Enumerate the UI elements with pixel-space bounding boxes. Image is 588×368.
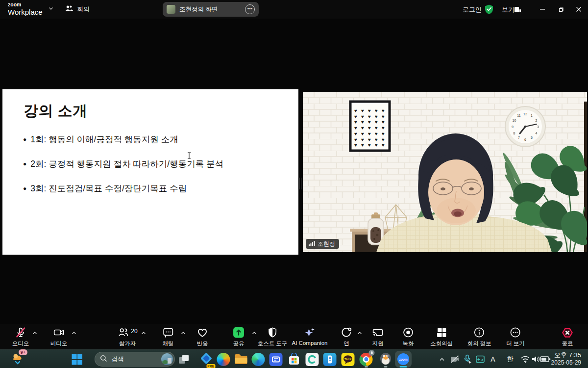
reactions-button[interactable]: 반응 bbox=[196, 324, 209, 349]
app-kakaotalk[interactable]: TALK bbox=[342, 350, 355, 368]
chat-options-chevron[interactable] bbox=[181, 328, 186, 337]
video-button[interactable]: 비디오 bbox=[50, 324, 68, 349]
app-copilot[interactable] bbox=[217, 350, 230, 368]
svg-text:♥: ♥ bbox=[354, 131, 357, 136]
slide-title: 강의 소개 bbox=[24, 101, 88, 121]
audio-label: 오디오 bbox=[12, 340, 29, 347]
tray-wifi-icon[interactable] bbox=[520, 350, 530, 368]
record-button[interactable]: 녹화 bbox=[402, 324, 415, 349]
end-meeting-button[interactable]: 종료 bbox=[561, 324, 574, 349]
ai-companion-label: AI Companion bbox=[292, 340, 328, 346]
search-daily-image[interactable] bbox=[161, 353, 173, 365]
audio-button[interactable]: 오디오 bbox=[12, 324, 29, 349]
chat-label: 채팅 bbox=[163, 340, 174, 347]
host-tools-button[interactable]: 호스트 도구 bbox=[258, 324, 288, 349]
tray-volume-icon[interactable] bbox=[531, 350, 540, 368]
svg-text:♥: ♥ bbox=[361, 108, 364, 113]
app-blue-window[interactable] bbox=[270, 350, 283, 368]
more-button[interactable]: 더 보기 bbox=[506, 324, 525, 349]
participants-button[interactable]: 20 참가자 bbox=[117, 324, 137, 349]
video-label: 비디오 bbox=[50, 340, 68, 347]
app-edge[interactable] bbox=[252, 350, 265, 368]
app-zoom[interactable]: zoom bbox=[395, 350, 412, 368]
record-icon bbox=[402, 326, 415, 341]
screen-video-divider[interactable] bbox=[299, 178, 301, 189]
breakout-rooms-button[interactable]: 소회의실 bbox=[430, 324, 453, 349]
support-button[interactable]: 지원 bbox=[372, 324, 384, 349]
tab-more-icon[interactable]: ••• bbox=[245, 4, 255, 14]
tray-ime-korean[interactable]: 한 bbox=[507, 350, 514, 368]
view-button[interactable]: 보기 bbox=[502, 5, 514, 14]
task-view-button[interactable] bbox=[177, 350, 190, 368]
svg-text:♥: ♥ bbox=[382, 137, 385, 142]
svg-text:12: 12 bbox=[523, 112, 527, 116]
bullet-dot: ● bbox=[23, 185, 26, 192]
tray-mic-in-use-icon[interactable] bbox=[462, 350, 473, 368]
tray-battery-icon[interactable] bbox=[540, 350, 551, 368]
clock-date: 2025-05-29 bbox=[551, 359, 581, 367]
widgets-button[interactable]: 9+ bbox=[11, 350, 24, 368]
svg-text:1: 1 bbox=[531, 114, 533, 117]
svg-text:♥: ♥ bbox=[375, 131, 378, 136]
svg-text:♥: ♥ bbox=[375, 125, 378, 131]
svg-text:♥: ♥ bbox=[382, 108, 385, 113]
end-meeting-icon bbox=[561, 326, 574, 341]
search-placeholder: 검색 bbox=[111, 355, 157, 364]
breakout-rooms-label: 소회의실 bbox=[430, 340, 453, 347]
svg-text:♥: ♥ bbox=[368, 137, 371, 142]
security-shield-icon[interactable] bbox=[484, 4, 494, 17]
workspace-chevron-down-icon[interactable] bbox=[48, 5, 54, 13]
heart-icon bbox=[196, 326, 209, 341]
participants-options-chevron[interactable] bbox=[141, 328, 146, 337]
host-tools-label: 호스트 도구 bbox=[258, 340, 288, 347]
app-white-ring[interactable] bbox=[306, 350, 319, 368]
apps-button[interactable]: 앱 bbox=[341, 324, 353, 349]
svg-text:5: 5 bbox=[531, 136, 533, 139]
svg-text:8: 8 bbox=[514, 131, 515, 135]
app-chrome[interactable] bbox=[360, 350, 373, 368]
desktop-screen: zoom Workplace 회의 조현정의 화면 ••• 로그인 bbox=[0, 0, 588, 368]
meeting-info-button[interactable]: 회의 정보 bbox=[467, 324, 491, 349]
app-microsoft-store[interactable] bbox=[288, 350, 300, 368]
reactions-label: 반응 bbox=[197, 340, 208, 347]
window-restore-button[interactable] bbox=[552, 0, 569, 19]
svg-text:♥: ♥ bbox=[375, 142, 378, 148]
window-close-button[interactable] bbox=[570, 0, 587, 19]
audio-options-chevron[interactable] bbox=[32, 328, 37, 337]
svg-text:♥: ♥ bbox=[375, 119, 378, 125]
record-label: 녹화 bbox=[403, 340, 414, 347]
svg-text:♥: ♥ bbox=[361, 119, 364, 125]
taskbar-search[interactable]: 검색 bbox=[95, 352, 175, 367]
app-owl[interactable] bbox=[379, 350, 392, 368]
slide-bullet-3-text: 3회: 진도점검/목표 수정/장단기목표 수립 bbox=[30, 183, 187, 194]
tray-cast-sparkle-icon[interactable] bbox=[475, 350, 486, 368]
share-label: 공유 bbox=[233, 340, 245, 347]
app-file-explorer[interactable] bbox=[235, 350, 248, 368]
app-teal-utility[interactable] bbox=[323, 350, 337, 368]
chat-button[interactable]: 채팅 bbox=[162, 324, 174, 349]
meeting-people-icon bbox=[65, 4, 74, 14]
widgets-badge: 9+ bbox=[19, 349, 27, 355]
video-options-chevron[interactable] bbox=[72, 328, 76, 337]
start-button[interactable] bbox=[72, 350, 83, 368]
shared-screen-tab[interactable]: 조현정의 화면 ••• bbox=[163, 2, 259, 17]
ai-companion-button[interactable]: AI Companion bbox=[292, 324, 328, 349]
share-options-chevron[interactable] bbox=[252, 328, 257, 337]
apps-options-chevron[interactable] bbox=[357, 328, 362, 337]
tray-expand-chevron[interactable] bbox=[439, 350, 445, 368]
zoom-titlebar: zoom Workplace 회의 조현정의 화면 ••• 로그인 bbox=[0, 0, 588, 19]
svg-text:♥: ♥ bbox=[368, 142, 371, 148]
svg-text:♥: ♥ bbox=[354, 137, 357, 142]
app-edge-preview[interactable]: PRE bbox=[200, 350, 213, 368]
login-button[interactable]: 로그인 bbox=[463, 5, 482, 14]
apps-label: 앱 bbox=[343, 340, 349, 347]
slide-bullet-2-text: 2회: 긍정적 행동지원 절차 따라하기/행동기록 분석 bbox=[30, 158, 223, 170]
menu-meeting[interactable]: 회의 bbox=[65, 4, 90, 14]
tray-ime-english[interactable]: A bbox=[490, 350, 495, 368]
tray-camera-off-icon[interactable] bbox=[449, 350, 460, 368]
window-minimize-button[interactable] bbox=[534, 0, 551, 19]
svg-text:♥: ♥ bbox=[382, 131, 385, 136]
svg-text:♥: ♥ bbox=[361, 125, 364, 131]
share-button[interactable]: 공유 bbox=[233, 324, 245, 349]
taskbar-clock[interactable]: 오후 7:35 2025-05-29 bbox=[551, 351, 581, 367]
